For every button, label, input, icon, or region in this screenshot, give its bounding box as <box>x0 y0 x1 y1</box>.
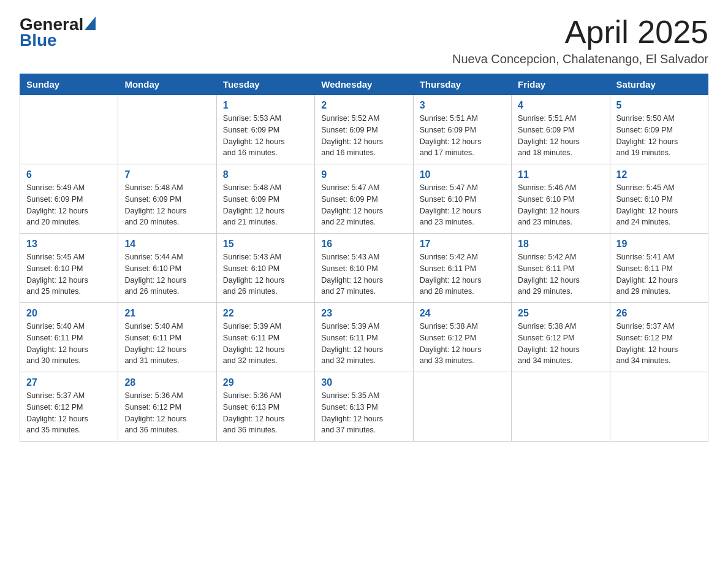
calendar-cell: 16Sunrise: 5:43 AM Sunset: 6:10 PM Dayli… <box>315 234 413 303</box>
day-info: Sunrise: 5:42 AM Sunset: 6:11 PM Dayligh… <box>518 251 603 297</box>
calendar-cell: 3Sunrise: 5:51 AM Sunset: 6:09 PM Daylig… <box>413 95 511 164</box>
day-info: Sunrise: 5:44 AM Sunset: 6:10 PM Dayligh… <box>124 251 210 297</box>
calendar-cell <box>512 372 610 442</box>
calendar-week-row: 20Sunrise: 5:40 AM Sunset: 6:11 PM Dayli… <box>20 303 708 372</box>
calendar-cell: 20Sunrise: 5:40 AM Sunset: 6:11 PM Dayli… <box>20 303 118 372</box>
calendar-cell: 7Sunrise: 5:48 AM Sunset: 6:09 PM Daylig… <box>118 164 216 234</box>
calendar-week-row: 1Sunrise: 5:53 AM Sunset: 6:09 PM Daylig… <box>20 95 708 164</box>
calendar-cell: 28Sunrise: 5:36 AM Sunset: 6:12 PM Dayli… <box>118 372 216 442</box>
day-info: Sunrise: 5:51 AM Sunset: 6:09 PM Dayligh… <box>420 113 505 159</box>
day-number: 8 <box>223 169 308 180</box>
calendar-cell: 5Sunrise: 5:50 AM Sunset: 6:09 PM Daylig… <box>610 95 708 164</box>
day-number: 28 <box>124 377 210 388</box>
title-block: April 2025 Nueva Concepcion, Chalatenang… <box>452 15 708 66</box>
day-info: Sunrise: 5:37 AM Sunset: 6:12 PM Dayligh… <box>616 321 702 367</box>
calendar-cell <box>118 95 216 164</box>
day-number: 12 <box>616 169 702 180</box>
calendar-cell <box>20 95 118 164</box>
day-number: 10 <box>420 169 505 180</box>
logo-triangle-icon <box>85 17 96 30</box>
day-number: 4 <box>518 100 603 111</box>
header-friday: Friday <box>512 74 610 95</box>
day-number: 15 <box>223 239 308 250</box>
day-info: Sunrise: 5:38 AM Sunset: 6:12 PM Dayligh… <box>420 321 505 367</box>
day-info: Sunrise: 5:36 AM Sunset: 6:12 PM Dayligh… <box>124 390 210 436</box>
calendar-week-row: 6Sunrise: 5:49 AM Sunset: 6:09 PM Daylig… <box>20 164 708 234</box>
header-sunday: Sunday <box>20 74 118 95</box>
calendar-cell: 15Sunrise: 5:43 AM Sunset: 6:10 PM Dayli… <box>216 234 314 303</box>
calendar-cell: 19Sunrise: 5:41 AM Sunset: 6:11 PM Dayli… <box>610 234 708 303</box>
day-number: 13 <box>26 239 112 250</box>
day-number: 26 <box>616 308 702 319</box>
calendar-cell <box>413 372 511 442</box>
day-number: 9 <box>321 169 406 180</box>
calendar-cell: 9Sunrise: 5:47 AM Sunset: 6:09 PM Daylig… <box>315 164 413 234</box>
day-number: 1 <box>223 100 308 111</box>
day-info: Sunrise: 5:39 AM Sunset: 6:11 PM Dayligh… <box>321 321 406 367</box>
day-info: Sunrise: 5:38 AM Sunset: 6:12 PM Dayligh… <box>518 321 603 367</box>
day-number: 25 <box>518 308 603 319</box>
day-info: Sunrise: 5:47 AM Sunset: 6:09 PM Dayligh… <box>321 182 406 228</box>
calendar-cell: 10Sunrise: 5:47 AM Sunset: 6:10 PM Dayli… <box>413 164 511 234</box>
day-number: 24 <box>420 308 505 319</box>
day-info: Sunrise: 5:48 AM Sunset: 6:09 PM Dayligh… <box>223 182 308 228</box>
header-saturday: Saturday <box>610 74 708 95</box>
day-number: 3 <box>420 100 505 111</box>
day-info: Sunrise: 5:48 AM Sunset: 6:09 PM Dayligh… <box>124 182 210 228</box>
calendar-cell: 27Sunrise: 5:37 AM Sunset: 6:12 PM Dayli… <box>20 372 118 442</box>
day-info: Sunrise: 5:36 AM Sunset: 6:13 PM Dayligh… <box>223 390 308 436</box>
day-number: 17 <box>420 239 505 250</box>
header-tuesday: Tuesday <box>216 74 314 95</box>
calendar-cell: 21Sunrise: 5:40 AM Sunset: 6:11 PM Dayli… <box>118 303 216 372</box>
day-number: 27 <box>26 377 112 388</box>
day-number: 7 <box>124 169 210 180</box>
header-monday: Monday <box>118 74 216 95</box>
calendar-cell: 23Sunrise: 5:39 AM Sunset: 6:11 PM Dayli… <box>315 303 413 372</box>
calendar-cell: 2Sunrise: 5:52 AM Sunset: 6:09 PM Daylig… <box>315 95 413 164</box>
day-info: Sunrise: 5:45 AM Sunset: 6:10 PM Dayligh… <box>616 182 702 228</box>
calendar-cell: 30Sunrise: 5:35 AM Sunset: 6:13 PM Dayli… <box>315 372 413 442</box>
day-number: 20 <box>26 308 112 319</box>
day-number: 6 <box>26 169 112 180</box>
day-info: Sunrise: 5:35 AM Sunset: 6:13 PM Dayligh… <box>321 390 406 436</box>
day-info: Sunrise: 5:53 AM Sunset: 6:09 PM Dayligh… <box>223 113 308 159</box>
calendar-table: Sunday Monday Tuesday Wednesday Thursday… <box>20 74 708 442</box>
logo: General Blue <box>20 15 96 50</box>
day-number: 5 <box>616 100 702 111</box>
calendar-cell: 8Sunrise: 5:48 AM Sunset: 6:09 PM Daylig… <box>216 164 314 234</box>
calendar-cell: 22Sunrise: 5:39 AM Sunset: 6:11 PM Dayli… <box>216 303 314 372</box>
page-header: General Blue April 2025 Nueva Concepcion… <box>20 15 708 66</box>
day-info: Sunrise: 5:43 AM Sunset: 6:10 PM Dayligh… <box>321 251 406 297</box>
day-number: 22 <box>223 308 308 319</box>
day-number: 11 <box>518 169 603 180</box>
day-info: Sunrise: 5:40 AM Sunset: 6:11 PM Dayligh… <box>124 321 210 367</box>
day-number: 2 <box>321 100 406 111</box>
day-info: Sunrise: 5:51 AM Sunset: 6:09 PM Dayligh… <box>518 113 603 159</box>
day-info: Sunrise: 5:41 AM Sunset: 6:11 PM Dayligh… <box>616 251 702 297</box>
calendar-week-row: 27Sunrise: 5:37 AM Sunset: 6:12 PM Dayli… <box>20 372 708 442</box>
calendar-cell: 25Sunrise: 5:38 AM Sunset: 6:12 PM Dayli… <box>512 303 610 372</box>
day-number: 29 <box>223 377 308 388</box>
calendar-cell: 11Sunrise: 5:46 AM Sunset: 6:10 PM Dayli… <box>512 164 610 234</box>
day-number: 14 <box>124 239 210 250</box>
calendar-cell: 18Sunrise: 5:42 AM Sunset: 6:11 PM Dayli… <box>512 234 610 303</box>
calendar-cell: 17Sunrise: 5:42 AM Sunset: 6:11 PM Dayli… <box>413 234 511 303</box>
svg-marker-0 <box>85 17 96 30</box>
calendar-cell: 14Sunrise: 5:44 AM Sunset: 6:10 PM Dayli… <box>118 234 216 303</box>
day-info: Sunrise: 5:43 AM Sunset: 6:10 PM Dayligh… <box>223 251 308 297</box>
logo-blue-text: Blue <box>20 31 57 50</box>
weekday-header-row: Sunday Monday Tuesday Wednesday Thursday… <box>20 74 708 95</box>
calendar-cell <box>610 372 708 442</box>
day-info: Sunrise: 5:46 AM Sunset: 6:10 PM Dayligh… <box>518 182 603 228</box>
day-info: Sunrise: 5:47 AM Sunset: 6:10 PM Dayligh… <box>420 182 505 228</box>
day-info: Sunrise: 5:40 AM Sunset: 6:11 PM Dayligh… <box>26 321 112 367</box>
day-number: 21 <box>124 308 210 319</box>
calendar-cell: 6Sunrise: 5:49 AM Sunset: 6:09 PM Daylig… <box>20 164 118 234</box>
day-info: Sunrise: 5:52 AM Sunset: 6:09 PM Dayligh… <box>321 113 406 159</box>
calendar-cell: 4Sunrise: 5:51 AM Sunset: 6:09 PM Daylig… <box>512 95 610 164</box>
day-info: Sunrise: 5:50 AM Sunset: 6:09 PM Dayligh… <box>616 113 702 159</box>
header-thursday: Thursday <box>413 74 511 95</box>
day-info: Sunrise: 5:49 AM Sunset: 6:09 PM Dayligh… <box>26 182 112 228</box>
calendar-subtitle: Nueva Concepcion, Chalatenango, El Salva… <box>452 52 708 66</box>
day-number: 23 <box>321 308 406 319</box>
